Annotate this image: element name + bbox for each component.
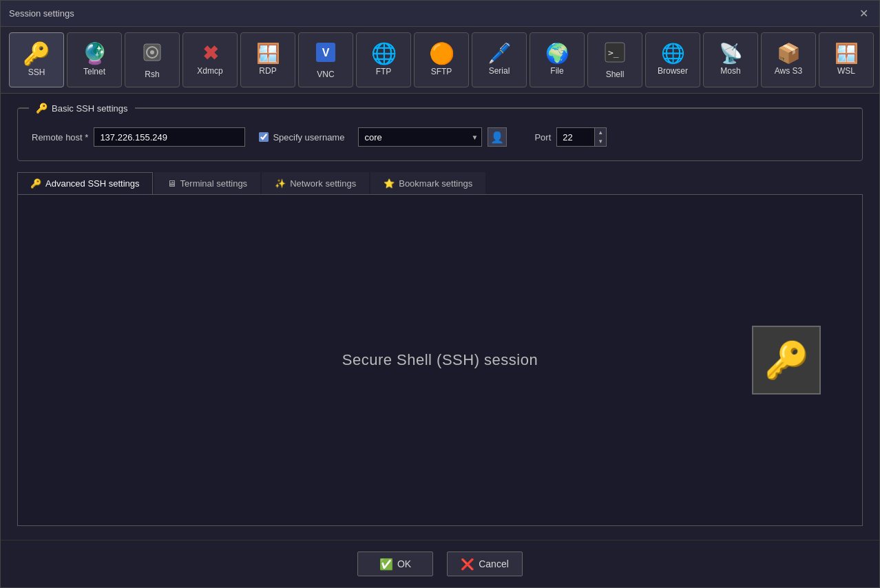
- key-icon: 🔑: [764, 339, 809, 381]
- username-select-wrapper: core ▼: [358, 127, 482, 147]
- protocol-serial[interactable]: 🖊️ Serial: [472, 32, 527, 87]
- wsl-icon: 🪟: [835, 44, 859, 63]
- protocol-rsh[interactable]: Rsh: [125, 32, 180, 87]
- telnet-icon: 🔮: [82, 43, 107, 64]
- protocol-xdmcp[interactable]: ✖ Xdmcp: [182, 32, 238, 87]
- file-icon: 🌍: [545, 44, 569, 63]
- port-decrement-button[interactable]: ▼: [595, 137, 606, 146]
- awss3-label: Aws S3: [775, 66, 802, 76]
- remote-host-label: Remote host *: [32, 132, 88, 143]
- settings-tabs-section: 🔑 Advanced SSH settings 🖥 Terminal setti…: [17, 172, 863, 526]
- protocol-telnet[interactable]: 🔮 Telnet: [67, 32, 122, 87]
- port-increment-button[interactable]: ▲: [595, 128, 606, 137]
- port-input[interactable]: [556, 127, 594, 147]
- cancel-icon: ❌: [461, 558, 474, 571]
- user-manage-button[interactable]: 👤: [488, 127, 507, 147]
- rdp-label: RDP: [259, 66, 276, 76]
- protocol-shell[interactable]: >_ Shell: [587, 32, 642, 87]
- username-group: core ▼ 👤: [358, 127, 507, 147]
- ok-icon: ✅: [379, 558, 393, 571]
- protocol-ftp[interactable]: 🌐 FTP: [356, 32, 411, 87]
- tab-bookmark[interactable]: ⭐ Bookmark settings: [370, 172, 485, 194]
- basic-settings-box: 🔑 Basic SSH settings Remote host * Speci…: [17, 107, 863, 161]
- xdmcp-label: Xdmcp: [197, 66, 222, 76]
- ok-button[interactable]: ✅ OK: [357, 552, 433, 576]
- network-icon: ✨: [275, 178, 286, 189]
- bookmark-icon: ⭐: [384, 178, 395, 189]
- protocol-vnc[interactable]: V VNC: [298, 32, 353, 87]
- svg-point-2: [150, 50, 154, 54]
- main-content: 🔑 Basic SSH settings Remote host * Speci…: [1, 94, 879, 540]
- session-settings-dialog: Session settings ✕ 🔑 SSH 🔮 Telnet Rsh: [0, 0, 880, 588]
- protocol-bar: 🔑 SSH 🔮 Telnet Rsh ✖ Xdmcp 🪟: [1, 27, 879, 94]
- tab-advanced-ssh[interactable]: 🔑 Advanced SSH settings: [17, 172, 153, 194]
- ftp-label: FTP: [376, 67, 392, 76]
- shell-label: Shell: [606, 70, 625, 79]
- sftp-icon: 🟠: [429, 43, 454, 64]
- close-button[interactable]: ✕: [856, 6, 871, 21]
- mosh-label: Mosh: [720, 66, 740, 76]
- port-spinners: ▲ ▼: [594, 127, 607, 147]
- vnc-label: VNC: [317, 70, 334, 79]
- specify-username-checkbox[interactable]: [259, 132, 269, 142]
- basic-settings-title: 🔑 Basic SSH settings: [29, 100, 135, 116]
- svg-text:V: V: [322, 47, 330, 59]
- protocol-rdp[interactable]: 🪟 RDP: [240, 32, 295, 87]
- protocol-mosh[interactable]: 📡 Mosh: [703, 32, 758, 87]
- ssh-key-icon-box: 🔑: [752, 326, 821, 395]
- cancel-button[interactable]: ❌ Cancel: [447, 552, 523, 576]
- ftp-icon: 🌐: [371, 43, 397, 64]
- xdmcp-icon: ✖: [202, 44, 218, 63]
- protocol-ssh[interactable]: 🔑 SSH: [9, 32, 64, 87]
- serial-label: Serial: [489, 66, 510, 76]
- port-input-wrap: ▲ ▼: [556, 127, 607, 147]
- svg-text:>_: >_: [608, 48, 619, 58]
- advanced-ssh-icon: 🔑: [30, 178, 41, 189]
- remote-host-input[interactable]: [94, 127, 245, 147]
- rdp-icon: 🪟: [256, 44, 280, 63]
- tab-network[interactable]: ✨ Network settings: [262, 172, 369, 194]
- port-label: Port: [534, 132, 551, 143]
- user-icon: 👤: [490, 131, 504, 144]
- basic-settings-content: Remote host * Specify username core: [18, 116, 862, 160]
- specify-username-group: Specify username: [259, 132, 344, 143]
- session-info-text: Secure Shell (SSH) session: [342, 351, 538, 369]
- sftp-label: SFTP: [431, 67, 452, 76]
- settings-tab-bar: 🔑 Advanced SSH settings 🖥 Terminal setti…: [17, 172, 863, 195]
- specify-username-checkbox-label[interactable]: Specify username: [259, 132, 344, 143]
- rsh-label: Rsh: [145, 70, 159, 79]
- browser-icon: 🌐: [661, 44, 685, 63]
- protocol-file[interactable]: 🌍 File: [530, 32, 585, 87]
- dialog-title: Session settings: [9, 8, 74, 19]
- telnet-label: Telnet: [83, 67, 105, 76]
- tab-panel-content: Secure Shell (SSH) session 🔑: [17, 195, 863, 526]
- rsh-icon: [141, 41, 163, 67]
- protocol-sftp[interactable]: 🟠 SFTP: [414, 32, 469, 87]
- ssh-label: SSH: [28, 67, 45, 77]
- port-group: Port ▲ ▼: [521, 127, 607, 147]
- protocol-awss3[interactable]: 📦 Aws S3: [761, 32, 816, 87]
- protocol-browser[interactable]: 🌐 Browser: [645, 32, 700, 87]
- shell-icon: >_: [604, 41, 626, 67]
- tab-terminal[interactable]: 🖥 Terminal settings: [154, 172, 261, 194]
- vnc-icon: V: [315, 41, 337, 67]
- footer: ✅ OK ❌ Cancel: [1, 540, 879, 587]
- terminal-icon: 🖥: [167, 178, 176, 189]
- awss3-icon: 📦: [777, 44, 801, 63]
- wsl-label: WSL: [837, 66, 855, 76]
- serial-icon: 🖊️: [488, 44, 512, 63]
- browser-label: Browser: [658, 66, 688, 76]
- remote-host-group: Remote host *: [32, 127, 245, 147]
- username-select[interactable]: core: [358, 127, 482, 147]
- title-bar: Session settings ✕: [1, 1, 879, 27]
- protocol-wsl[interactable]: 🪟 WSL: [819, 32, 874, 87]
- file-label: File: [550, 66, 563, 76]
- ssh-icon: 🔑: [23, 43, 50, 65]
- mosh-icon: 📡: [719, 44, 743, 63]
